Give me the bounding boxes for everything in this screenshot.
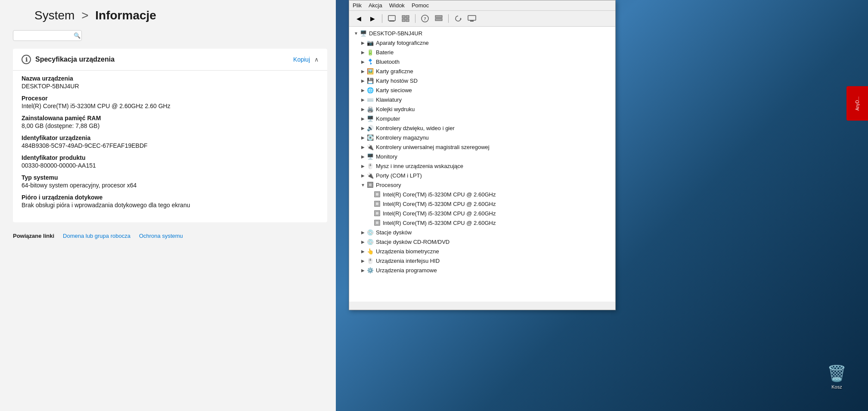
tree-arrow-computer[interactable] xyxy=(360,115,366,122)
recycle-bin[interactable]: 🗑️ Kosz xyxy=(827,364,846,389)
spec-section-actions: Kopiuj ∧ xyxy=(293,56,319,63)
tree-arrow-ports[interactable] xyxy=(360,172,366,179)
tree-arrow-storage[interactable] xyxy=(360,134,366,141)
tree-icon-bluetooth xyxy=(366,58,374,65)
search-icon: 🔍 xyxy=(74,32,81,39)
tree-item-biometric[interactable]: 👆 Urządzenia biometryczne xyxy=(349,246,615,256)
svg-rect-12 xyxy=(470,21,474,22)
tree-item-cdrom[interactable]: 💿 Stacje dysków CD-ROM/DVD xyxy=(349,237,615,246)
tree-item-root[interactable]: 🖥️ DESKTOP-5BNJ4UR xyxy=(349,28,615,38)
tree-arrow-cameras[interactable] xyxy=(360,39,366,46)
tree-arrow-hid[interactable] xyxy=(360,257,366,264)
svg-rect-17 xyxy=(369,183,372,187)
anydesk-sidebar[interactable]: AnyD... xyxy=(846,86,868,121)
menu-akcja[interactable]: Akcja xyxy=(369,2,382,9)
tree-icon-hid: 🖱️ xyxy=(366,257,374,265)
tree-item-gpu[interactable]: 🖼️ Karty graficzne xyxy=(349,66,615,76)
tree-arrow-software-devices[interactable] xyxy=(360,267,366,274)
toolbar-btn-refresh[interactable] xyxy=(452,12,464,25)
toolbar-btn-help[interactable]: ? xyxy=(419,12,431,25)
tree-item-cpu-2[interactable]: Intel(R) Core(TM) i5-3230M CPU @ 2.60GHz xyxy=(349,209,615,218)
tree-item-ports[interactable]: 🔌 Porty (COM i LPT) xyxy=(349,171,615,180)
tree-icon-gpu: 🖼️ xyxy=(366,67,374,75)
tree-item-cpu-0[interactable]: Intel(R) Core(TM) i5-3230M CPU @ 2.60GHz xyxy=(349,190,615,199)
tree-item-storage[interactable]: 💽 Kontrolery magazynu xyxy=(349,133,615,142)
tree-label-keyboard: Klawiatury xyxy=(376,97,402,103)
tree-arrow-bluetooth[interactable] xyxy=(360,58,366,65)
tree-arrow-usb[interactable] xyxy=(360,143,366,150)
tree-label-gpu: Karty graficzne xyxy=(376,68,413,75)
spec-row-product-id: Identyfikator produktu 00330-80000-00000… xyxy=(22,154,319,169)
tree-arrow-keyboard[interactable] xyxy=(360,96,366,103)
tree-icon-network: 🌐 xyxy=(366,86,374,94)
tree-label-disk-drives: Stacje dysków xyxy=(376,229,412,236)
spec-value-touch: Brak obsługi pióra i wprowadzania dotyko… xyxy=(22,202,319,209)
tree-arrow-monitors[interactable] xyxy=(360,153,366,160)
tree-arrow-network[interactable] xyxy=(360,87,366,93)
toolbar-btn-1[interactable] xyxy=(386,12,398,25)
tree-item-usb[interactable]: 🔌 Kontrolery uniwersalnej magistrali sze… xyxy=(349,142,615,152)
spec-section: ℹ Specyfikacja urządzenia Kopiuj ∧ Nazwa… xyxy=(13,49,327,222)
toolbar-btn-2[interactable] xyxy=(400,12,412,25)
tree-arrow-biometric[interactable] xyxy=(360,248,366,255)
tree-item-software-devices[interactable]: ⚙️ Urządzenia programowe xyxy=(349,265,615,275)
svg-rect-25 xyxy=(375,221,379,224)
related-link-protection[interactable]: Ochrona systemu xyxy=(139,233,183,239)
svg-rect-8 xyxy=(435,16,442,18)
tree-arrow-processors[interactable] xyxy=(360,181,366,188)
tree-item-monitors[interactable]: 🖥️ Monitory xyxy=(349,152,615,161)
menu-pomoc[interactable]: Pomoc xyxy=(412,2,429,9)
copy-button[interactable]: Kopiuj xyxy=(293,56,310,63)
tree-item-sound[interactable]: 🔊 Kontrolery dźwięku, wideo i gier xyxy=(349,123,615,133)
tree-icon-software-devices: ⚙️ xyxy=(366,266,374,274)
menu-plik[interactable]: Plik xyxy=(353,2,362,9)
tree-label-monitors: Monitory xyxy=(376,153,397,160)
tree-arrow-battery[interactable] xyxy=(360,49,366,56)
forward-button[interactable]: ▶ xyxy=(366,12,378,25)
dm-tree[interactable]: 🖥️ DESKTOP-5BNJ4UR 📷 Aparaty fotograficz… xyxy=(349,27,615,302)
tree-arrow-cpu-1 xyxy=(366,200,373,207)
tree-item-computer[interactable]: 🖥️ Komputer xyxy=(349,114,615,123)
tree-item-network[interactable]: 🌐 Karty sieciowe xyxy=(349,85,615,95)
tree-arrow-sound[interactable] xyxy=(360,125,366,131)
breadcrumb-parent[interactable]: System xyxy=(34,9,74,22)
tree-item-battery[interactable]: 🔋 Baterie xyxy=(349,47,615,57)
tree-item-processors[interactable]: Procesory xyxy=(349,180,615,190)
toolbar-btn-grid[interactable] xyxy=(433,12,445,25)
tree-item-disk-drives[interactable]: 💿 Stacje dysków xyxy=(349,227,615,237)
back-button[interactable]: ◀ xyxy=(353,12,365,25)
tree-item-cpu-3[interactable]: Intel(R) Core(TM) i5-3230M CPU @ 2.60GHz xyxy=(349,218,615,227)
tree-arrow-disk-drives[interactable] xyxy=(360,229,366,236)
info-icon: ℹ xyxy=(22,55,31,64)
toolbar-btn-monitor[interactable] xyxy=(466,12,478,25)
tree-arrow-mouse[interactable] xyxy=(360,162,366,169)
tree-item-keyboard[interactable]: ⌨️ Klawiatury xyxy=(349,95,615,104)
menu-widok[interactable]: Widok xyxy=(389,2,405,9)
tree-item-bluetooth[interactable]: Bluetooth xyxy=(349,57,615,66)
tree-item-sd[interactable]: 💾 Karty hostów SD xyxy=(349,76,615,85)
tree-arrow-gpu[interactable] xyxy=(360,68,366,75)
tree-label-cpu-2: Intel(R) Core(TM) i5-3230M CPU @ 2.60GHz xyxy=(383,210,496,217)
tree-label-biometric: Urządzenia biometryczne xyxy=(376,248,439,255)
tree-label-network: Karty sieciowe xyxy=(376,87,412,93)
spec-value-device-id: 484B9308-5C97-49AD-9CEC-67FEAF19EBDF xyxy=(22,142,319,149)
spec-section-header: ℹ Specyfikacja urządzenia Kopiuj ∧ xyxy=(13,49,327,71)
related-link-domain[interactable]: Domena lub grupa robocza xyxy=(63,233,130,239)
search-input[interactable] xyxy=(18,32,74,39)
tree-item-mouse[interactable]: 🖱️ Mysz i inne urządzenia wskazujące xyxy=(349,161,615,171)
tree-arrow-print[interactable] xyxy=(360,106,366,112)
svg-rect-2 xyxy=(402,16,405,18)
tree-item-hid[interactable]: 🖱️ Urządzenia interfejsu HID xyxy=(349,256,615,265)
chevron-up-icon[interactable]: ∧ xyxy=(314,56,319,63)
tree-arrow-cdrom[interactable] xyxy=(360,238,366,245)
tree-item-cpu-1[interactable]: Intel(R) Core(TM) i5-3230M CPU @ 2.60GHz xyxy=(349,199,615,209)
tree-arrow-sd[interactable] xyxy=(360,77,366,84)
tree-item-cameras[interactable]: 📷 Aparaty fotograficzne xyxy=(349,38,615,47)
tree-arrow-root[interactable] xyxy=(353,30,360,37)
tree-item-print[interactable]: 🖨️ Kolejki wydruku xyxy=(349,104,615,114)
tree-icon-processors xyxy=(366,181,374,189)
recycle-bin-icon: 🗑️ xyxy=(827,364,846,383)
tree-label-bluetooth: Bluetooth xyxy=(376,59,400,65)
svg-rect-4 xyxy=(402,19,405,22)
spec-header-left: ℹ Specyfikacja urządzenia xyxy=(22,55,115,64)
